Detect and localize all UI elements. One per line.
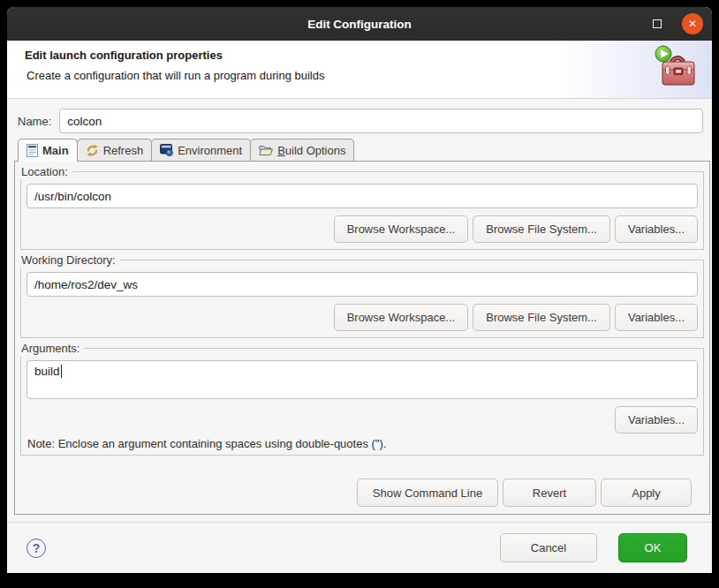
- working-directory-input[interactable]: [26, 272, 698, 297]
- header-subtitle: Create a configuration that will run a p…: [26, 69, 712, 82]
- tab-environment-label: Environment: [178, 144, 242, 157]
- ok-button[interactable]: OK: [618, 533, 687, 562]
- location-variables-button[interactable]: Variables...: [615, 215, 698, 243]
- header-title: Edit launch configuration properties: [25, 49, 712, 62]
- working-directory-browse-workspace-button[interactable]: Browse Workspace...: [334, 304, 469, 331]
- apply-button[interactable]: Apply: [601, 479, 692, 507]
- working-directory-variables-button[interactable]: Variables...: [615, 304, 698, 331]
- tab-main[interactable]: Main: [18, 139, 78, 161]
- screen-frame: Edit Configuration ✕ Edit launch configu…: [0, 0, 719, 588]
- show-command-line-button[interactable]: Show Command Line: [357, 479, 498, 507]
- main-tab-content: Location: Browse Workspace... Browse Fil…: [14, 161, 710, 515]
- dialog-body: Name: Main: [7, 99, 712, 522]
- revert-button[interactable]: Revert: [503, 479, 596, 507]
- titlebar[interactable]: Edit Configuration ✕: [7, 7, 712, 41]
- tab-main-label: Main: [42, 144, 69, 157]
- close-button[interactable]: ✕: [682, 13, 703, 34]
- location-browse-workspace-button[interactable]: Browse Workspace...: [334, 215, 469, 243]
- main-tab-icon: [26, 144, 38, 157]
- working-directory-group: Working Directory: Browse Workspace... B…: [20, 260, 704, 338]
- location-buttons: Browse Workspace... Browse File System..…: [26, 215, 698, 243]
- arguments-group: Arguments: build Variables... Note: Encl…: [20, 348, 704, 456]
- dialog-header: Edit launch configuration properties Cre…: [7, 41, 712, 99]
- help-icon: ?: [33, 541, 41, 555]
- arguments-textarea[interactable]: build: [26, 360, 698, 399]
- environment-icon: [160, 144, 173, 156]
- name-row: Name:: [18, 109, 703, 133]
- arguments-buttons: Variables...: [26, 406, 698, 433]
- maximize-button[interactable]: [647, 13, 668, 34]
- footer-buttons: Cancel OK: [500, 533, 687, 562]
- name-label: Name:: [18, 115, 51, 128]
- tab-refresh-label: Refresh: [103, 144, 144, 157]
- text-caret: [61, 365, 63, 378]
- arguments-variables-button[interactable]: Variables...: [615, 406, 698, 433]
- working-directory-label: Working Directory:: [20, 253, 120, 268]
- arguments-note: Note: Enclose an argument containing spa…: [27, 437, 698, 450]
- working-directory-buttons: Browse Workspace... Browse File System..…: [26, 304, 698, 331]
- location-label: Location:: [20, 164, 72, 179]
- run-toolbox-icon: [653, 45, 700, 89]
- tab-refresh[interactable]: Refresh: [77, 139, 153, 161]
- location-group: Location: Browse Workspace... Browse Fil…: [20, 171, 704, 250]
- tab-environment[interactable]: Environment: [151, 139, 251, 161]
- dialog-footer: ? Cancel OK: [7, 522, 712, 573]
- tab-build-options[interactable]: Build Options: [250, 139, 354, 161]
- working-directory-browse-file-system-button[interactable]: Browse File System...: [473, 304, 610, 331]
- location-browse-file-system-button[interactable]: Browse File System...: [473, 215, 610, 243]
- config-actions: Show Command Line Revert Apply: [357, 479, 692, 507]
- tab-build-options-label: Build Options: [277, 144, 345, 157]
- window-controls: ✕: [647, 7, 703, 41]
- arguments-label: Arguments:: [20, 341, 84, 356]
- maximize-icon: [653, 19, 662, 28]
- window-title: Edit Configuration: [307, 18, 412, 31]
- name-input[interactable]: [59, 109, 703, 133]
- tab-bar: Main Refresh: [14, 139, 710, 161]
- edit-configuration-dialog: Edit Configuration ✕ Edit launch configu…: [7, 7, 712, 573]
- close-icon: ✕: [688, 19, 697, 29]
- refresh-icon: [86, 144, 99, 157]
- build-options-icon: [259, 145, 273, 156]
- location-input[interactable]: [26, 184, 698, 208]
- cancel-button[interactable]: Cancel: [500, 533, 597, 562]
- help-button[interactable]: ?: [26, 539, 46, 558]
